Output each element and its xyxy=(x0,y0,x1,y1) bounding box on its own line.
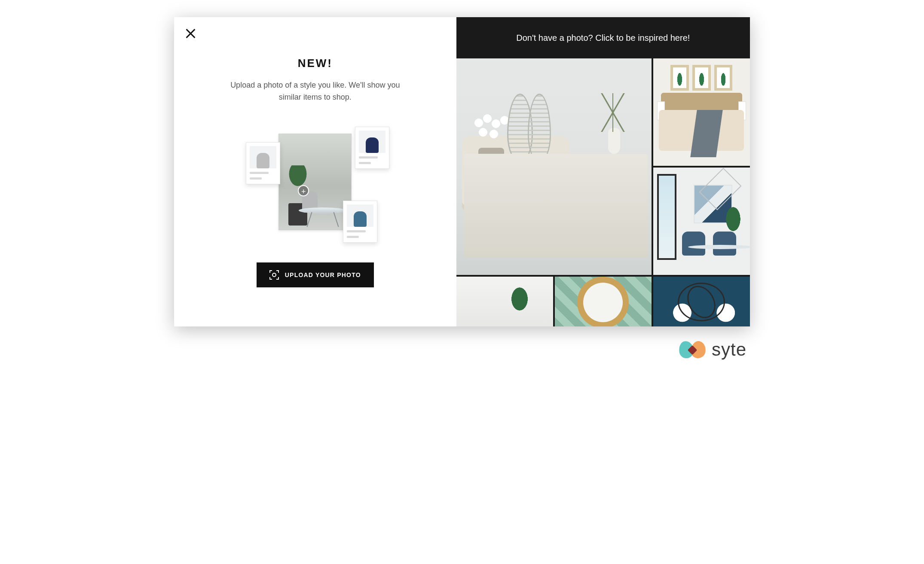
example-room-image xyxy=(278,134,352,230)
upload-button-label: UPLOAD YOUR PHOTO xyxy=(285,271,361,278)
subtext: Upload a photo of a style you like. We'l… xyxy=(225,79,405,104)
brand-name: syte xyxy=(712,339,747,360)
similar-product-card xyxy=(343,201,377,243)
inspiration-gallery xyxy=(456,58,750,326)
inspiration-tile-bottom-1[interactable] xyxy=(456,277,553,326)
inspiration-tile-dining[interactable] xyxy=(653,168,750,275)
inspiration-tile-bedroom[interactable] xyxy=(653,58,750,166)
chandelier-icon xyxy=(678,283,725,321)
inspiration-bar[interactable]: Don't have a photo? Click to be inspired… xyxy=(456,17,750,58)
upload-pane: NEW! Upload a photo of a style you like.… xyxy=(174,17,456,326)
inspiration-pane: Don't have a photo? Click to be inspired… xyxy=(456,17,750,326)
inspiration-bar-text: Don't have a photo? Click to be inspired… xyxy=(516,33,690,43)
brand-footer: syte xyxy=(174,339,750,360)
similar-product-card xyxy=(246,142,280,184)
inspiration-tile-bottom-2[interactable] xyxy=(555,277,652,326)
upload-photo-button[interactable]: UPLOAD YOUR PHOTO xyxy=(257,262,374,287)
hotspot-plus-icon: + xyxy=(298,185,309,196)
inspiration-tile-living-room[interactable] xyxy=(456,58,652,275)
close-icon[interactable] xyxy=(184,27,196,40)
similar-product-card xyxy=(355,127,389,169)
example-illustration: + xyxy=(248,125,382,241)
syte-logo-icon xyxy=(679,341,706,359)
inspiration-tile-bottom-3[interactable] xyxy=(653,277,750,326)
camera-scan-icon xyxy=(269,270,279,280)
sunburst-mirror-icon xyxy=(583,283,623,322)
headline: NEW! xyxy=(298,57,333,70)
visual-search-modal: NEW! Upload a photo of a style you like.… xyxy=(174,17,750,326)
